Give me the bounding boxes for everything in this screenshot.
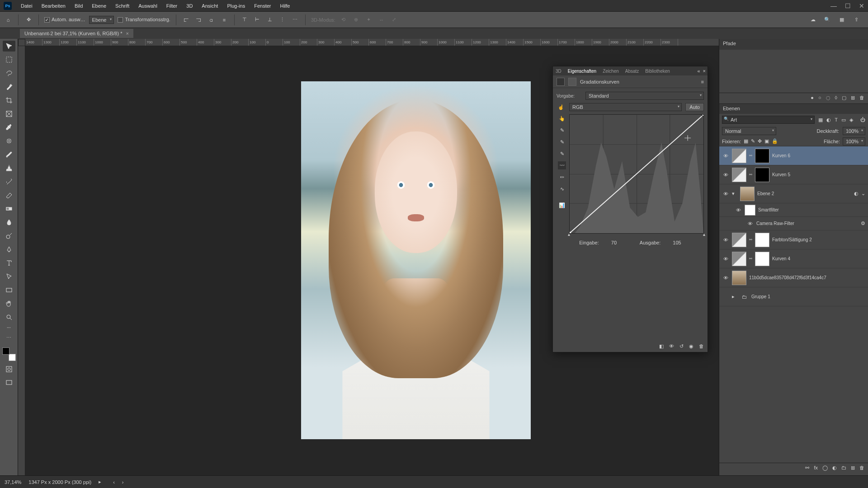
new-adjustment-icon[interactable]: ◐	[832, 465, 837, 474]
lock-all-icon[interactable]: 🔒	[772, 138, 778, 144]
menu-ansicht[interactable]: Ansicht	[197, 3, 222, 9]
blend-mode-dropdown[interactable]: Normal	[722, 127, 776, 135]
tab-3d[interactable]: 3D	[556, 69, 561, 74]
transform-controls-checkbox[interactable]	[118, 17, 123, 23]
link-mask-icon[interactable]: ⚯	[749, 154, 752, 158]
magic-wand-tool[interactable]	[3, 81, 15, 92]
align-left-icon[interactable]: ⫍	[182, 15, 191, 24]
output-value[interactable]: 105	[673, 240, 681, 245]
curve-edit-icon[interactable]: 〰	[558, 161, 566, 169]
layer-name[interactable]: Smartfilter	[758, 207, 865, 212]
layer-style-icon[interactable]: fx	[814, 465, 818, 474]
visibility-toggle-icon[interactable]: 👁	[722, 275, 729, 281]
zoom-level[interactable]: 37,14%	[5, 479, 21, 485]
menu-auswahl[interactable]: Auswahl	[134, 3, 162, 9]
layer-thumbnail[interactable]	[732, 233, 746, 247]
crop-tool[interactable]	[3, 95, 15, 106]
layer-row[interactable]: 👁⚯Kurven 5	[719, 165, 868, 184]
filter-settings-icon[interactable]: ⚙	[861, 221, 865, 226]
search-icon[interactable]: 🔍	[823, 15, 832, 24]
gray-point-eyedropper-icon[interactable]: ✎	[558, 138, 566, 146]
document-info[interactable]: 1347 Px x 2000 Px (300 ppi)	[28, 479, 91, 485]
visibility-toggle-icon[interactable]: 👁	[722, 237, 729, 243]
menu-fenster[interactable]: Fenster	[250, 3, 275, 9]
path-selection-tool[interactable]	[3, 271, 15, 282]
black-point-eyedropper-icon[interactable]: ✎	[558, 126, 566, 134]
opacity-field[interactable]: 100%	[843, 127, 865, 135]
layer-row[interactable]: 👁⚯Farbton/Sättigung 2	[719, 230, 868, 249]
visibility-toggle-icon[interactable]: 👁	[735, 207, 742, 213]
align-top-icon[interactable]: ⊤	[240, 15, 249, 24]
panel-close-icon[interactable]: ×	[703, 68, 706, 74]
smooth-curve-icon[interactable]: ∿	[558, 185, 566, 193]
lasso-tool[interactable]	[3, 68, 15, 79]
gradient-tool[interactable]	[3, 203, 15, 214]
layer-thumbnail[interactable]	[732, 252, 746, 266]
layer-thumbnail[interactable]	[732, 168, 746, 182]
cloud-docs-icon[interactable]: ☁	[808, 15, 817, 24]
layer-row[interactable]: 👁Camera Raw-Filter⚙	[719, 217, 868, 230]
layers-panel-header[interactable]: Ebenen	[719, 104, 868, 114]
lock-position-icon[interactable]: ✥	[758, 138, 762, 144]
path-to-selection-icon[interactable]: ◌	[826, 95, 830, 102]
align-bottom-icon[interactable]: ⊥	[265, 15, 274, 24]
layer-mask-thumbnail[interactable]	[755, 149, 769, 163]
color-swatches[interactable]	[2, 347, 16, 361]
layer-name[interactable]: Gruppe 1	[751, 294, 865, 299]
menu-bearbeiten[interactable]: Bearbeiten	[37, 3, 70, 9]
home-icon[interactable]: ⌂	[4, 15, 13, 24]
history-brush-tool[interactable]	[3, 176, 15, 187]
close-window-button[interactable]: ✕	[859, 2, 864, 9]
clip-to-layer-icon[interactable]: ◧	[659, 343, 664, 349]
type-tool[interactable]	[3, 258, 15, 268]
distribute-v-icon[interactable]: ⋮	[278, 15, 287, 24]
panel-collapse-icon[interactable]: «	[697, 68, 700, 74]
distribute-h-icon[interactable]: ≡	[220, 15, 229, 24]
pen-tool[interactable]	[3, 244, 15, 255]
layer-name[interactable]: Camera Raw-Filter	[756, 221, 858, 226]
tab-properties[interactable]: Eigenschaften	[568, 69, 596, 74]
layer-row[interactable]: 👁⚯Kurven 4	[719, 249, 868, 268]
stroke-path-icon[interactable]: ○	[818, 95, 821, 102]
quick-mask-icon[interactable]	[3, 364, 15, 375]
menu-3d[interactable]: 3D	[182, 3, 197, 9]
input-value[interactable]: 70	[611, 240, 617, 245]
edit-toolbar-icon[interactable]: ⋯	[3, 332, 15, 343]
brush-tool[interactable]	[3, 149, 15, 160]
layer-mask-thumbnail[interactable]	[755, 168, 769, 182]
layer-name[interactable]: Kurven 6	[772, 153, 865, 158]
clone-stamp-tool[interactable]	[3, 163, 15, 174]
link-mask-icon[interactable]: ⚯	[749, 238, 752, 242]
eraser-tool[interactable]	[3, 190, 15, 201]
layer-name[interactable]: Kurven 5	[772, 172, 865, 177]
menu-bild[interactable]: Bild	[70, 3, 87, 9]
smart-filter-icon[interactable]: ◐	[854, 191, 859, 197]
filter-toggle-icon[interactable]: ⏻	[860, 117, 865, 123]
filter-adjustment-icon[interactable]: ◐	[826, 117, 831, 123]
delete-layer-icon[interactable]: 🗑	[859, 465, 864, 474]
layer-thumbnail[interactable]	[745, 205, 755, 216]
layer-name[interactable]: Farbton/Sättigung 2	[772, 237, 865, 242]
auto-select-target-dropdown[interactable]: Ebene	[89, 16, 114, 24]
menu-ebene[interactable]: Ebene	[87, 3, 111, 9]
layer-row[interactable]: 👁▾Ebene 2◐⌄	[719, 184, 868, 203]
minimize-button[interactable]: —	[830, 2, 837, 9]
tab-libraries[interactable]: Bibliotheken	[645, 69, 670, 74]
document-tab[interactable]: Unbenannt-2 bei 37,1% (Kurven 6, RGB/8) …	[20, 29, 133, 38]
layer-mask-thumbnail[interactable]	[755, 252, 769, 266]
workspace-icon[interactable]: ▦	[837, 15, 846, 24]
visibility-toggle-icon[interactable]: 👁	[746, 221, 754, 226]
visibility-toggle-icon[interactable]: 👁	[722, 191, 729, 197]
new-path-icon[interactable]: ⊞	[851, 95, 855, 102]
view-previous-icon[interactable]: 👁	[669, 343, 674, 349]
marquee-tool[interactable]	[3, 54, 15, 65]
lock-pixels-icon[interactable]: ✎	[751, 138, 755, 144]
layer-row[interactable]: ▸🗀Gruppe 1	[719, 287, 868, 306]
preset-dropdown[interactable]: Standard	[585, 92, 704, 100]
targeted-adjustment-icon[interactable]: ☝	[557, 103, 566, 112]
lock-artboard-icon[interactable]: ▣	[764, 138, 769, 144]
paths-panel-header[interactable]: Pfade	[719, 39, 868, 50]
visibility-toggle-icon[interactable]: 👁	[722, 153, 729, 159]
tab-character[interactable]: Zeichen	[603, 69, 619, 74]
align-right-icon[interactable]: ⫏	[207, 15, 216, 24]
